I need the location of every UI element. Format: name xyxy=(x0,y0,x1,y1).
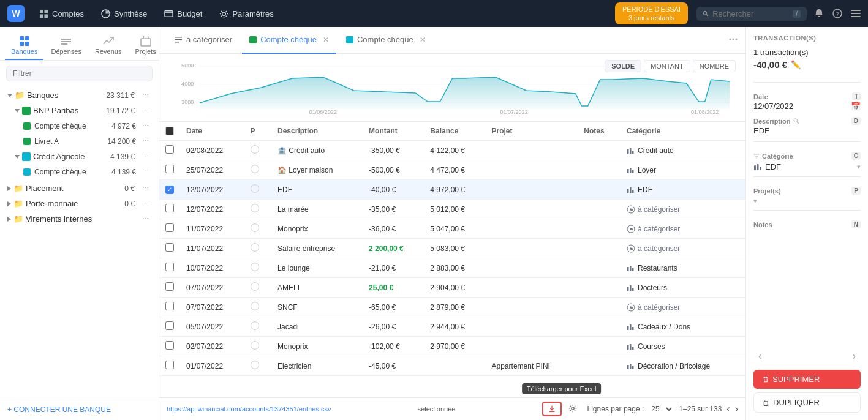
projets-select-row[interactable]: ▾ xyxy=(753,197,861,205)
row-priority[interactable] xyxy=(244,160,271,180)
row-priority[interactable] xyxy=(244,180,271,200)
group-virements-more[interactable]: ⋯ xyxy=(140,214,151,224)
row-checkbox-cell[interactable] xyxy=(159,337,180,356)
row-priority[interactable] xyxy=(244,200,271,219)
row-checkbox-cell[interactable] xyxy=(159,219,180,239)
row-checkbox-cell[interactable] xyxy=(159,180,180,200)
sidebar-item-livret-a[interactable]: Livret A 14 200 € ⋯ xyxy=(11,133,155,149)
th-select-all[interactable] xyxy=(159,122,180,141)
group-virements-header[interactable]: 📁 Virements internes ⋯ xyxy=(4,211,155,227)
row-checkbox-cell[interactable] xyxy=(159,278,180,298)
sidebar-tab-banques[interactable]: Banques xyxy=(5,32,43,60)
filter-input[interactable] xyxy=(6,66,153,81)
sidebar-tab-depenses[interactable]: Dépenses xyxy=(45,32,88,60)
row-priority[interactable] xyxy=(244,298,271,317)
sidebar-item-compte-cheque-ca-more[interactable]: ⋯ xyxy=(140,167,151,177)
table-row[interactable]: 02/08/2022🏦 Crédit auto-350,00 €4 122,00… xyxy=(159,141,745,160)
tab-compte-cheque-2[interactable]: Compte chèque ✕ xyxy=(339,27,433,54)
row-checkbox[interactable] xyxy=(165,223,174,232)
sidebar-tab-projets[interactable]: Projets xyxy=(129,32,159,60)
notes-textarea[interactable] xyxy=(753,232,861,257)
sidebar-item-compte-cheque-bnp[interactable]: Compte chèque 4 972 € ⋯ xyxy=(11,118,155,133)
search-input[interactable] xyxy=(712,9,789,18)
row-categorie[interactable]: Cadeaux / Dons xyxy=(621,317,745,337)
table-row[interactable]: 07/07/2022AMELI25,00 €2 904,00 €Docteurs xyxy=(159,278,745,298)
chart-nombre-btn[interactable]: NOMBRE xyxy=(693,60,736,72)
nav-comptes[interactable]: Comptes xyxy=(32,6,91,22)
row-priority[interactable] xyxy=(244,356,271,376)
group-banques-more[interactable]: ⋯ xyxy=(140,90,151,100)
next-page-button[interactable]: › xyxy=(735,403,738,414)
categorie-value-row[interactable]: EDF ▾ xyxy=(753,162,861,171)
group-placement-more[interactable]: ⋯ xyxy=(140,183,151,193)
categorie-chevron[interactable]: ▾ xyxy=(857,163,861,171)
table-row[interactable]: 01/07/2022Electricien-45,00 €Appartement… xyxy=(159,356,745,376)
tab-compte-cheque-1[interactable]: Compte chèque ✕ xyxy=(242,27,336,54)
row-categorie[interactable]: Courses xyxy=(621,337,745,356)
row-categorie[interactable]: ⚑ à catégoriser xyxy=(621,239,745,258)
search-box[interactable]: / xyxy=(696,7,807,21)
chart-solde-btn[interactable]: SOLDE xyxy=(605,60,641,72)
row-categorie[interactable]: Restaurants xyxy=(621,258,745,278)
tab-more-button[interactable] xyxy=(728,34,738,46)
row-checkbox-cell[interactable] xyxy=(159,298,180,317)
table-row[interactable]: 25/07/2022🏠 Loyer maison-500,00 €4 472,0… xyxy=(159,160,745,180)
download-csv-button[interactable] xyxy=(542,402,562,416)
row-checkbox[interactable] xyxy=(165,243,174,252)
tab-categoriser[interactable]: à catégoriser xyxy=(167,27,240,54)
table-row[interactable]: 07/07/2022SNCF-65,00 €2 879,00 €⚑ à caté… xyxy=(159,298,745,317)
row-checkbox-cell[interactable] xyxy=(159,356,180,376)
group-banques-header[interactable]: 📁 Banques 23 311 € ⋯ xyxy=(4,88,155,103)
per-page-select[interactable]: 25 50 100 xyxy=(649,404,674,414)
chart-montant-btn[interactable]: MONTANT xyxy=(644,60,690,72)
row-checkbox[interactable] xyxy=(165,145,174,154)
group-ca-header[interactable]: Crédit Agricole 4 139 € ⋯ xyxy=(11,149,155,164)
group-porte-monnaie-more[interactable]: ⋯ xyxy=(140,198,151,209)
prev-page-button[interactable]: ‹ xyxy=(726,403,730,414)
row-priority[interactable] xyxy=(244,141,271,160)
sidebar-item-compte-cheque-bnp-more[interactable]: ⋯ xyxy=(140,121,151,131)
row-categorie[interactable]: EDF xyxy=(621,180,745,200)
group-porte-monnaie-header[interactable]: 📁 Porte-monnaie 0 € ⋯ xyxy=(4,196,155,211)
table-row[interactable]: 12/07/2022EDF-40,00 €4 972,00 €EDF xyxy=(159,180,745,200)
row-checkbox-cell[interactable] xyxy=(159,258,180,278)
select-all-checkbox[interactable] xyxy=(165,127,174,135)
row-categorie[interactable]: ⚑ à catégoriser xyxy=(621,219,745,239)
bell-icon[interactable] xyxy=(814,9,824,18)
nav-budget[interactable]: Budget xyxy=(157,6,209,22)
delete-transaction-button[interactable]: SUPPRIMER xyxy=(753,370,861,389)
table-row[interactable]: 12/07/2022La marée-35,00 €5 012,00 €⚑ à … xyxy=(159,200,745,219)
table-row[interactable]: 05/07/2022Jacadi-26,00 €2 944,00 €Cadeau… xyxy=(159,317,745,337)
row-categorie[interactable]: ⚑ à catégoriser xyxy=(621,298,745,317)
nav-synthese[interactable]: Synthèse xyxy=(94,6,154,22)
prev-transaction-button[interactable]: ‹ xyxy=(753,347,767,365)
row-checkbox[interactable] xyxy=(165,361,174,369)
row-priority[interactable] xyxy=(244,239,271,258)
row-checkbox[interactable] xyxy=(165,282,174,291)
table-row[interactable]: 11/07/2022Salaire entreprise2 200,00 €5 … xyxy=(159,239,745,258)
tab-compte-cheque-1-close[interactable]: ✕ xyxy=(323,36,329,44)
group-bnp-more[interactable]: ⋯ xyxy=(140,105,151,116)
projets-dropdown-icon[interactable]: ▾ xyxy=(753,197,757,205)
amount-edit-icon[interactable]: ✏️ xyxy=(791,60,801,69)
calendar-icon[interactable]: 📅 xyxy=(851,102,861,111)
row-checkbox-checked[interactable] xyxy=(165,186,174,194)
group-bnp-header[interactable]: BNP Paribas 19 172 € ⋯ xyxy=(11,103,155,118)
sidebar-tab-revenus[interactable]: Revenus xyxy=(89,32,127,60)
row-checkbox-cell[interactable] xyxy=(159,141,180,160)
sidebar-item-livret-a-more[interactable]: ⋯ xyxy=(140,136,151,146)
row-checkbox[interactable] xyxy=(165,321,174,330)
row-checkbox[interactable] xyxy=(165,263,174,271)
row-checkbox-cell[interactable] xyxy=(159,160,180,180)
row-checkbox[interactable] xyxy=(165,341,174,350)
table-row[interactable]: 10/07/2022Le lounge-21,00 €2 883,00 €Res… xyxy=(159,258,745,278)
table-row[interactable]: 11/07/2022Monoprix-36,00 €5 047,00 €⚑ à … xyxy=(159,219,745,239)
next-transaction-button[interactable]: › xyxy=(847,347,861,365)
row-categorie[interactable]: Docteurs xyxy=(621,278,745,298)
row-checkbox[interactable] xyxy=(165,302,174,310)
help-icon[interactable]: ? xyxy=(832,9,842,18)
row-priority[interactable] xyxy=(244,278,271,298)
row-checkbox-cell[interactable] xyxy=(159,239,180,258)
row-categorie[interactable]: Loyer xyxy=(621,160,745,180)
tab-compte-cheque-2-close[interactable]: ✕ xyxy=(420,36,426,44)
